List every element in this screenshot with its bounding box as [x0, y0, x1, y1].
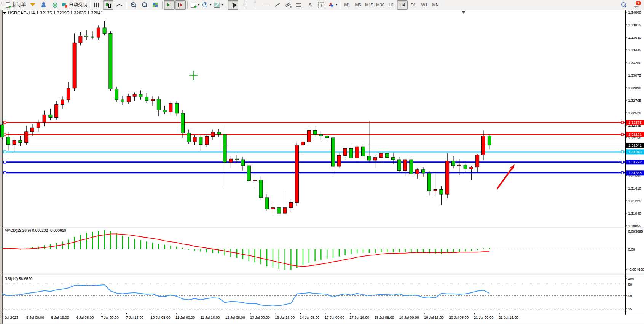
candle-body: [416, 170, 419, 174]
text-label-icon: [318, 2, 324, 8]
tile-windows-button[interactable]: [150, 0, 161, 10]
fibonacci-icon: [296, 2, 302, 8]
line-handle[interactable]: [4, 151, 6, 153]
button-label: 新订单: [12, 2, 26, 8]
candle-body: [199, 137, 202, 145]
line-handle[interactable]: [621, 121, 623, 124]
line-handle[interactable]: [4, 121, 6, 124]
autotrading-icon: [62, 2, 68, 8]
profile-button[interactable]: [38, 0, 49, 10]
candle-body: [1, 125, 4, 137]
candle-body: [265, 198, 269, 209]
candle-body: [488, 136, 491, 145]
text-label-button[interactable]: [316, 0, 327, 10]
timeframe-m1-button[interactable]: M1: [342, 0, 352, 10]
new-order-icon: [5, 2, 11, 8]
channel-button[interactable]: [283, 0, 293, 10]
fibonacci-button[interactable]: [294, 0, 304, 10]
candle-body: [457, 165, 461, 166]
candle-body: [43, 115, 46, 122]
line-handle[interactable]: [4, 172, 6, 174]
timeframe-h4-button[interactable]: H4: [397, 0, 408, 10]
toolbar: 新订单自动交易+-▾▾▾▾M1M5M15M30H1H4D1W1MN1: [0, 0, 644, 10]
templates-icon: [214, 3, 220, 8]
new-order-button[interactable]: 新订单: [4, 0, 27, 10]
price-tick-label: 1.33075: [628, 73, 641, 77]
line-chart-button[interactable]: [114, 0, 124, 10]
autotrading-button[interactable]: 自动交易: [61, 0, 88, 10]
timeframe-m30-button[interactable]: M30: [375, 0, 386, 10]
zoom-out-button[interactable]: -: [139, 0, 150, 10]
zoom-in-button[interactable]: +: [128, 0, 139, 10]
candle-body: [440, 190, 443, 194]
chevron-down-icon: ▾: [336, 3, 337, 6]
periods-icon: [202, 2, 208, 8]
chevron-down-icon: ▾: [210, 3, 211, 6]
vline-button[interactable]: [250, 0, 260, 10]
candle-body: [367, 156, 371, 160]
candle-body: [127, 96, 130, 102]
timeframe-d1-button[interactable]: D1: [408, 0, 419, 10]
signals-button[interactable]: [49, 0, 60, 10]
timeframe-m5-button[interactable]: M5: [353, 0, 363, 10]
trendline-button[interactable]: [272, 0, 282, 10]
button-label: W1: [421, 3, 428, 7]
periods-button[interactable]: ▾: [201, 0, 212, 10]
arrows-button[interactable]: ▾: [327, 0, 338, 10]
line-handle[interactable]: [621, 151, 623, 153]
candle-body: [181, 113, 185, 133]
candle-body: [307, 130, 311, 142]
market-watch-button[interactable]: [27, 0, 38, 10]
price-tick-label: 1.31410: [628, 186, 641, 190]
candle-body: [85, 36, 88, 37]
auto-scroll-button[interactable]: [164, 0, 175, 10]
candle-body: [301, 142, 305, 145]
chart-shift-button[interactable]: [175, 0, 186, 10]
button-label: H4: [400, 3, 405, 7]
candle-body: [464, 165, 467, 169]
candle-body: [247, 166, 250, 180]
chart-title-symbol: USDCAD-,H4: [8, 11, 35, 15]
candle-body: [133, 94, 136, 96]
toolbar-separator: [187, 1, 188, 9]
candle-body: [19, 140, 22, 142]
timeframe-w1-button[interactable]: W1: [419, 0, 430, 10]
candle-body: [109, 33, 112, 89]
macd-label: MACD(12,26,9) 0.000232 -0.000619: [5, 228, 66, 233]
candle-body: [217, 132, 220, 134]
line-handle[interactable]: [621, 161, 623, 163]
hline-button[interactable]: [261, 0, 271, 10]
line-handle[interactable]: [621, 172, 623, 174]
cursor-button[interactable]: [228, 0, 238, 10]
chart-window: 1.340001.338151.336301.334451.332601.330…: [0, 0, 644, 324]
candle-chart-button[interactable]: [103, 0, 113, 10]
price-badge-label: 1.31792: [628, 160, 641, 164]
price-tick-label: 1.31225: [628, 199, 641, 203]
timeframe-m15-button[interactable]: M15: [364, 0, 375, 10]
line-handle[interactable]: [621, 133, 623, 136]
bar-chart-icon: [94, 2, 100, 8]
rsi-axis-label: 15: [628, 307, 632, 311]
chart-title-ohlc: 1.32175 1.32195 1.32035 1.32041: [36, 11, 103, 15]
trendline-icon: [274, 2, 280, 8]
button-label: M15: [365, 3, 373, 7]
search-icon: [620, 2, 626, 8]
candle-body: [427, 173, 431, 191]
chat-icon: 1: [633, 2, 639, 8]
candle-body: [332, 138, 335, 166]
time-axis-label: 11 Jul 16:00: [200, 315, 220, 319]
timeframe-mn-button[interactable]: MN: [430, 0, 441, 10]
rsi-label: RSI(14) 56.6520: [5, 277, 33, 281]
text-button[interactable]: [305, 0, 316, 10]
line-handle[interactable]: [4, 161, 6, 163]
bar-chart-button[interactable]: [92, 0, 102, 10]
search-button[interactable]: [618, 0, 629, 10]
timeframe-h1-button[interactable]: H1: [386, 0, 397, 10]
candle-body: [13, 140, 16, 145]
crosshair-button[interactable]: [239, 0, 249, 10]
notifications-button[interactable]: 1: [631, 0, 642, 10]
candle-body: [476, 155, 479, 167]
time-axis-label: 21 Jul 16:00: [499, 315, 518, 319]
indicators-button[interactable]: ▾: [189, 0, 201, 10]
templates-button[interactable]: ▾: [213, 0, 224, 10]
